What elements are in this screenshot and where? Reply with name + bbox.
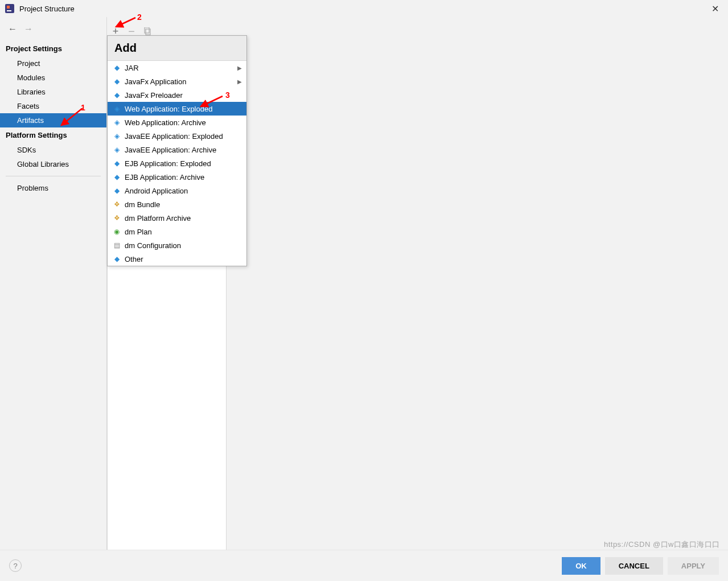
ok-button[interactable]: OK — [562, 557, 601, 575]
dropdown-item-label: JAR — [125, 64, 139, 72]
sidebar-item-facets[interactable]: Facets — [0, 99, 106, 113]
dropdown-item-label: JavaFx Application — [125, 77, 186, 86]
sidebar-item-project[interactable]: Project — [0, 56, 106, 71]
ejb-icon: ◆ — [112, 159, 121, 168]
dropdown-item-label: dm Plan — [125, 228, 152, 236]
dropdown-header: Add — [108, 36, 246, 61]
submenu-arrow-icon: ▶ — [237, 65, 242, 71]
module-icon: ◆ — [112, 254, 121, 263]
dropdown-item-dm-platform-archive[interactable]: ❖dm Platform Archive — [108, 211, 246, 225]
dropdown-item-dm-bundle[interactable]: ❖dm Bundle — [108, 197, 246, 211]
dropdown-item-label: EJB Application: Archive — [125, 173, 204, 182]
dropdown-item-javafx-application[interactable]: ◆JavaFx Application▶ — [108, 75, 246, 88]
svg-line-6 — [116, 18, 135, 27]
add-artifact-dropdown: Add ◆JAR▶◆JavaFx Application▶◆JavaFx Pre… — [107, 35, 247, 266]
nav-history: ← → — [0, 20, 106, 41]
section-platform-settings: Platform Settings — [0, 127, 106, 143]
annotation-arrow-3 — [198, 95, 225, 109]
dropdown-item-dm-configuration[interactable]: ▤dm Configuration — [108, 238, 246, 252]
bundle-icon: ❖ — [112, 213, 121, 222]
sidebar-item-libraries[interactable]: Libraries — [0, 85, 106, 99]
svg-rect-3 — [145, 27, 149, 33]
back-icon[interactable]: ← — [8, 24, 17, 34]
cancel-button[interactable]: CANCEL — [605, 557, 663, 575]
web-icon: ◈ — [112, 104, 121, 113]
close-icon[interactable]: ✕ — [706, 3, 723, 14]
dropdown-item-label: dm Platform Archive — [125, 214, 191, 222]
dropdown-item-label: JavaEE Application: Archive — [125, 146, 216, 154]
module-icon: ◆ — [112, 63, 121, 72]
details-pane — [227, 17, 728, 550]
sidebar-item-sdks[interactable]: SDKs — [0, 143, 106, 157]
dropdown-item-label: JavaFx Preloader — [125, 91, 183, 100]
dropdown-item-web-application-archive[interactable]: ◈Web Application: Archive — [108, 116, 246, 129]
dropdown-item-label: Android Application — [125, 187, 188, 195]
footer: ? OK CANCEL APPLY — [0, 550, 728, 581]
dropdown-item-javaee-application-archive[interactable]: ◈JavaEE Application: Archive — [108, 143, 246, 156]
dropdown-item-other[interactable]: ◆Other — [108, 252, 246, 266]
help-button[interactable]: ? — [9, 559, 22, 572]
javaee-icon: ◈ — [112, 131, 121, 141]
svg-line-7 — [201, 96, 223, 106]
annotation-arrow-2 — [114, 17, 138, 29]
dropdown-item-web-application-exploded[interactable]: ◈Web Application: Exploded — [108, 102, 246, 116]
sidebar-item-modules[interactable]: Modules — [0, 71, 106, 85]
annotation-label-1: 1 — [81, 103, 85, 112]
section-project-settings: Project Settings — [0, 41, 106, 56]
sidebar-item-problems[interactable]: Problems — [0, 181, 106, 195]
android-icon: ◆ — [112, 186, 121, 195]
dropdown-item-javaee-application-exploded[interactable]: ◈JavaEE Application: Exploded — [108, 129, 246, 143]
window-title: Project Structure — [19, 5, 706, 13]
dropdown-item-label: dm Bundle — [125, 200, 160, 209]
dropdown-item-label: JavaEE Application: Exploded — [125, 132, 223, 141]
annotation-label-2: 2 — [137, 13, 142, 22]
app-icon — [5, 3, 15, 14]
module-icon: ◆ — [112, 77, 121, 86]
sidebar-item-artifacts[interactable]: Artifacts — [0, 113, 106, 127]
javaee-icon: ◈ — [112, 145, 121, 154]
svg-rect-4 — [146, 29, 150, 35]
dropdown-item-label: Other — [125, 255, 143, 263]
web-icon: ◈ — [112, 118, 121, 127]
title-bar: Project Structure ✕ — [0, 0, 728, 17]
sidebar-item-global-libraries[interactable]: Global Libraries — [0, 157, 106, 171]
plan-icon: ◉ — [112, 227, 121, 236]
sidebar: ← → Project Settings Project Modules Lib… — [0, 17, 107, 550]
config-icon: ▤ — [112, 241, 121, 250]
bundle-icon: ❖ — [112, 200, 121, 209]
dropdown-item-label: dm Configuration — [125, 241, 181, 250]
ejb-icon: ◆ — [112, 172, 121, 182]
apply-button: APPLY — [668, 557, 719, 575]
dropdown-item-jar[interactable]: ◆JAR▶ — [108, 61, 246, 75]
dropdown-item-ejb-application-archive[interactable]: ◆EJB Application: Archive — [108, 170, 246, 184]
svg-line-5 — [61, 108, 83, 125]
annotation-label-3: 3 — [225, 90, 230, 100]
submenu-arrow-icon: ▶ — [237, 79, 242, 85]
svg-rect-1 — [7, 6, 10, 9]
dropdown-item-label: EJB Application: Exploded — [125, 159, 211, 168]
forward-icon[interactable]: → — [24, 24, 33, 34]
dropdown-item-label: Web Application: Archive — [125, 118, 206, 127]
dropdown-item-android-application[interactable]: ◆Android Application — [108, 184, 246, 197]
dropdown-item-ejb-application-exploded[interactable]: ◆EJB Application: Exploded — [108, 156, 246, 170]
module-icon: ◆ — [112, 90, 121, 100]
dropdown-item-dm-plan[interactable]: ◉dm Plan — [108, 225, 246, 238]
sidebar-separator — [6, 176, 101, 176]
svg-rect-2 — [7, 10, 11, 11]
